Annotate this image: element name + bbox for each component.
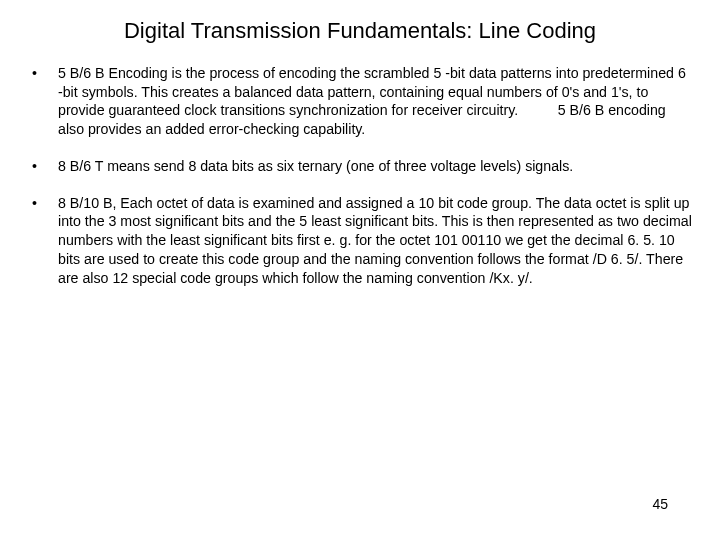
list-item: • 8 B/10 B, Each octet of data is examin… xyxy=(28,194,692,288)
bullet-list: • 5 B/6 B Encoding is the process of enc… xyxy=(28,64,692,287)
page-number: 45 xyxy=(652,496,668,512)
bullet-text: 5 B/6 B Encoding is the process of encod… xyxy=(58,64,692,139)
slide-title: Digital Transmission Fundamentals: Line … xyxy=(28,18,692,44)
list-item: • 8 B/6 T means send 8 data bits as six … xyxy=(28,157,692,176)
bullet-text: 8 B/6 T means send 8 data bits as six te… xyxy=(58,157,692,176)
bullet-text: 8 B/10 B, Each octet of data is examined… xyxy=(58,194,692,288)
bullet-marker: • xyxy=(28,64,58,139)
slide: Digital Transmission Fundamentals: Line … xyxy=(0,0,720,540)
bullet-marker: • xyxy=(28,157,58,176)
bullet-marker: • xyxy=(28,194,58,288)
list-item: • 5 B/6 B Encoding is the process of enc… xyxy=(28,64,692,139)
